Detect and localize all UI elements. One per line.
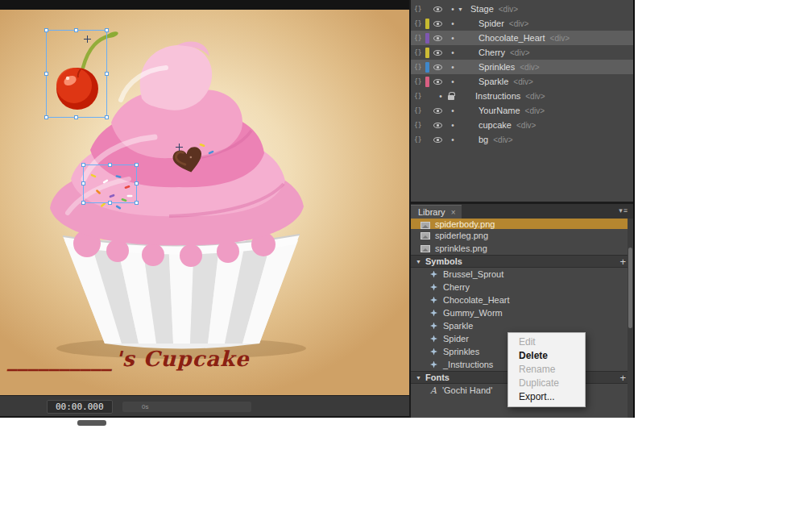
library-asset-row[interactable]: spiderleg.png <box>411 229 633 242</box>
actions-icon[interactable]: {} <box>414 78 425 85</box>
eye-icon[interactable] <box>433 108 442 114</box>
symbol-name[interactable]: Spider <box>443 334 469 344</box>
actions-icon[interactable]: {} <box>414 93 425 100</box>
selection-handle[interactable] <box>81 181 85 185</box>
element-name[interactable]: Chocolate_Heart <box>478 33 545 43</box>
asset-name[interactable]: sprinkles.png <box>435 244 487 253</box>
element-name[interactable]: cupcake <box>478 120 512 130</box>
menu-item-delete[interactable]: Delete <box>508 349 585 363</box>
element-name[interactable]: YourName <box>478 106 520 115</box>
lock-dot-icon[interactable]: • <box>448 5 458 14</box>
timeline-timecode[interactable]: 00:00.000 <box>47 400 113 414</box>
lock-dot-icon[interactable]: • <box>448 63 458 72</box>
timeline-scroll-handle[interactable] <box>77 420 106 426</box>
selection-handle[interactable] <box>105 28 109 32</box>
selection-handle[interactable] <box>135 201 139 205</box>
selection-handle[interactable] <box>135 181 139 185</box>
selection-handle[interactable] <box>44 28 48 32</box>
selection-box-sprinkles[interactable] <box>83 164 137 203</box>
selection-box-cherry[interactable] <box>46 30 107 118</box>
symbol-name[interactable]: Sparkle <box>443 321 473 331</box>
transform-origin-crosshair[interactable] <box>84 35 91 43</box>
eye-icon[interactable] <box>433 21 442 27</box>
eye-icon[interactable] <box>433 50 442 56</box>
actions-icon[interactable]: {} <box>414 49 425 56</box>
selection-handle[interactable] <box>44 72 48 76</box>
actions-icon[interactable]: {} <box>414 122 425 129</box>
symbol-row[interactable]: Sparkle <box>411 319 633 332</box>
library-section-symbols[interactable]: ▼ Symbols + <box>411 255 633 268</box>
selection-handle[interactable] <box>105 115 109 119</box>
selection-handle[interactable] <box>108 201 112 205</box>
selection-handle[interactable] <box>105 72 109 76</box>
lock-dot-icon[interactable]: • <box>448 135 458 144</box>
actions-icon[interactable]: {} <box>414 64 425 71</box>
stage-canvas[interactable]: __________'s Cupcake <box>0 10 409 395</box>
element-name[interactable]: Stage <box>470 4 494 14</box>
element-name[interactable]: Cherry <box>478 48 505 57</box>
element-row-yourname[interactable]: {} • YourName <div> <box>411 103 633 118</box>
element-row-stage[interactable]: {} • ▼ Stage <div> <box>411 2 633 16</box>
eye-icon[interactable] <box>433 6 442 12</box>
disclosure-triangle-icon[interactable]: ▼ <box>416 375 425 381</box>
library-asset-row[interactable]: sprinkles.png <box>411 242 633 255</box>
actions-icon[interactable]: {} <box>414 107 425 115</box>
element-row-cupcake[interactable]: {} • cupcake <div> <box>411 118 633 132</box>
element-row-sparkle[interactable]: {} • Sparkle <div> <box>411 74 633 89</box>
symbol-name[interactable]: Sprinkles <box>443 347 479 356</box>
timeline-ruler[interactable]: 0s <box>122 402 251 412</box>
actions-icon[interactable]: {} <box>414 136 425 144</box>
font-name[interactable]: 'Gochi Hand' <box>442 385 492 395</box>
actions-icon[interactable]: {} <box>414 20 425 27</box>
asset-name[interactable]: spiderleg.png <box>435 231 488 240</box>
eye-icon[interactable] <box>433 123 442 128</box>
actions-icon[interactable]: {} <box>414 6 425 13</box>
symbol-row[interactable]: Gummy_Worm <box>411 306 633 319</box>
transform-origin-crosshair[interactable] <box>176 144 183 151</box>
add-icon[interactable]: + <box>619 256 626 268</box>
selection-handle[interactable] <box>81 163 85 167</box>
asset-name[interactable]: spiderbody.png <box>435 219 495 229</box>
close-icon[interactable]: × <box>451 208 456 217</box>
disclosure-triangle-icon[interactable]: ▼ <box>416 259 425 264</box>
add-icon[interactable]: + <box>619 372 626 384</box>
element-row-cherry[interactable]: {} • Cherry <div> <box>411 45 633 60</box>
lock-dot-icon[interactable]: • <box>448 48 458 57</box>
eye-icon[interactable] <box>433 79 442 85</box>
panel-menu-icon[interactable]: ▾≡ <box>619 206 628 214</box>
symbol-row[interactable]: Cherry <box>411 281 633 294</box>
selection-handle[interactable] <box>81 201 85 205</box>
symbol-name[interactable]: _Instructions <box>443 360 493 369</box>
selection-handle[interactable] <box>135 163 139 167</box>
lock-dot-icon[interactable]: • <box>448 106 458 115</box>
lock-icon[interactable] <box>448 95 454 100</box>
selection-handle[interactable] <box>44 115 48 119</box>
element-name[interactable]: Instructions <box>475 91 520 101</box>
element-row-spider[interactable]: {} • Spider <div> <box>411 16 633 31</box>
symbol-name[interactable]: Brussel_Sprout <box>443 269 503 279</box>
lock-dot-icon[interactable]: • <box>448 34 458 43</box>
symbol-name[interactable]: Cherry <box>443 282 470 292</box>
scrollbar-thumb[interactable] <box>628 248 632 328</box>
visibility-dot-icon[interactable]: • <box>433 92 448 101</box>
symbol-row[interactable]: Chocolate_Heart <box>411 294 633 306</box>
lock-dot-icon[interactable]: • <box>448 121 458 130</box>
selection-handle[interactable] <box>74 28 78 32</box>
library-scrollbar[interactable] <box>628 219 633 418</box>
element-row-bg[interactable]: {} • bg <div> <box>411 132 633 147</box>
element-name[interactable]: Sprinkles <box>478 62 515 72</box>
lock-dot-icon[interactable]: • <box>448 19 458 28</box>
library-tab[interactable]: Library × <box>411 205 462 219</box>
menu-item-export[interactable]: Export... <box>508 390 585 404</box>
eye-icon[interactable] <box>433 137 442 143</box>
library-asset-row[interactable]: spiderbody.png <box>411 219 633 229</box>
actions-icon[interactable]: {} <box>414 35 425 42</box>
element-name[interactable]: bg <box>478 135 488 144</box>
element-name[interactable]: Spider <box>478 19 504 28</box>
element-row-instructions[interactable]: {} • Instructions <div> <box>411 89 633 103</box>
element-row-sprinkles[interactable]: {} • Sprinkles <div> <box>411 60 633 74</box>
symbol-name[interactable]: Gummy_Worm <box>443 308 503 318</box>
element-row-chocolate-heart[interactable]: {} • Chocolate_Heart <div> <box>411 31 633 45</box>
selection-handle[interactable] <box>74 115 78 119</box>
symbol-row[interactable]: Brussel_Sprout <box>411 268 633 281</box>
